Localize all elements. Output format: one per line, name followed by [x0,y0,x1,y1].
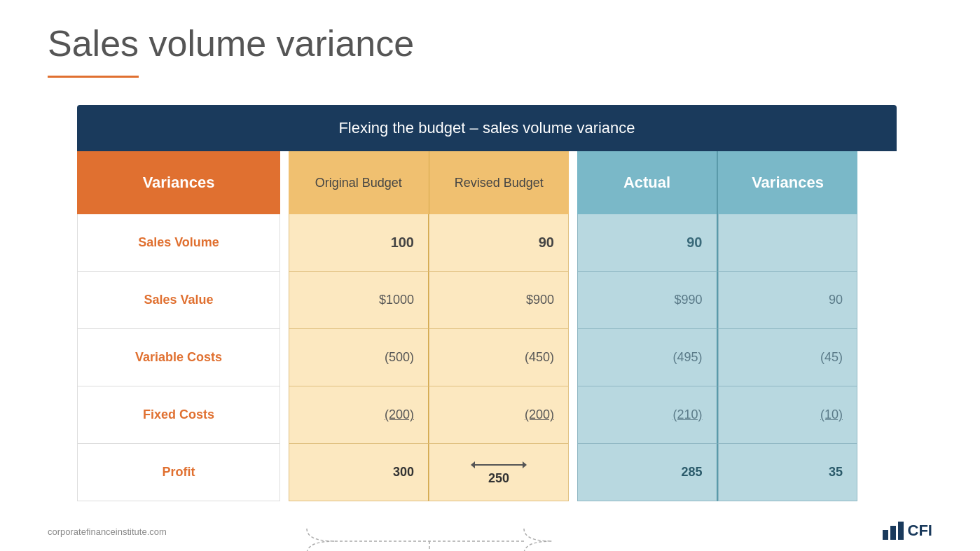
svg-marker-2 [471,461,475,468]
right-actual-0: 90 [577,214,718,272]
main-table: Flexing the budget – sales volume varian… [77,105,897,501]
mid-original-2: (500) [289,329,429,386]
mid-header-original: Original Budget [289,151,429,214]
table-row-label-4: Profit [77,444,280,501]
right-header-row: Actual Variances [577,151,857,214]
right-variance-3-val: (10) [820,407,843,422]
mid-original-0: 100 [289,214,429,272]
cfi-bar-1 [883,530,888,540]
mid-row-3: (200) (200) [289,386,569,444]
cfi-bar-2 [890,526,896,540]
mid-original-3-val: (200) [385,407,414,422]
mid-revised-4: 250 [429,444,569,501]
right-variance-0 [718,214,858,272]
right-header-variances: Variances [718,151,857,214]
right-variance-1: 90 [718,272,858,329]
right-section: Actual Variances 90 $990 90 (495) (45) [577,151,857,501]
table-row-label-2: Variable Costs [77,329,280,386]
right-row-0: 90 [577,214,857,272]
mid-revised-4-val: 250 [488,471,509,486]
right-row-1: $990 90 [577,272,857,329]
footer-url: corporatefinanceinstitute.com [48,526,167,537]
mid-row-2: (500) (450) [289,329,569,386]
right-data-rows: 90 $990 90 (495) (45) (210) [577,214,857,501]
right-variance-4: 35 [718,444,858,501]
mid-revised-1: $900 [429,272,569,329]
right-actual-2: (495) [577,329,718,386]
mid-row-4: 300 250 [289,444,569,501]
cfi-text: CFI [908,522,932,540]
mid-original-3: (200) [289,386,429,444]
svg-marker-1 [523,461,527,468]
page-title: Sales volume variance [48,22,414,64]
left-header: Variances [77,151,280,214]
mid-row-1: $1000 $900 [289,272,569,329]
variance-bracket-icon [300,527,559,551]
cfi-logo: CFI [883,522,932,540]
table-body: Variances Sales Volume Sales Value Varia… [77,151,897,501]
mid-revised-3-val: (200) [525,407,554,422]
middle-data-rows: 100 90 $1000 $900 (500) (450) (200) [289,214,569,501]
cfi-bars-icon [883,522,904,540]
mid-revised-0: 90 [429,214,569,272]
right-row-4: 285 35 [577,444,857,501]
right-actual-3-val: (210) [672,407,702,422]
right-variance-2: (45) [718,329,858,386]
right-actual-3: (210) [577,386,718,444]
mid-header-revised: Revised Budget [429,151,570,214]
table-row-label-3: Fixed Costs [77,386,280,444]
right-row-3: (210) (10) [577,386,857,444]
cfi-bar-3 [898,522,904,540]
mid-row-0: 100 90 [289,214,569,272]
left-section: Variances Sales Volume Sales Value Varia… [77,151,280,501]
profit-arrow-icon [471,459,527,471]
mid-original-4: 300 [289,444,429,501]
table-row-label-1: Sales Value [77,272,280,329]
mid-original-1: $1000 [289,272,429,329]
table-row-label-0: Sales Volume [77,214,280,272]
variance-bracket-container: Variance = (50) [286,527,573,551]
middle-section: Original Budget Revised Budget 100 90 $1… [289,151,569,501]
right-variance-3: (10) [718,386,858,444]
mid-revised-3: (200) [429,386,569,444]
title-underline [48,76,139,78]
right-actual-4: 285 [577,444,718,501]
right-header-actual: Actual [577,151,718,214]
middle-header-row: Original Budget Revised Budget [289,151,569,214]
mid-revised-2: (450) [429,329,569,386]
table-header: Flexing the budget – sales volume varian… [77,105,897,151]
right-actual-1: $990 [577,272,718,329]
right-row-2: (495) (45) [577,329,857,386]
